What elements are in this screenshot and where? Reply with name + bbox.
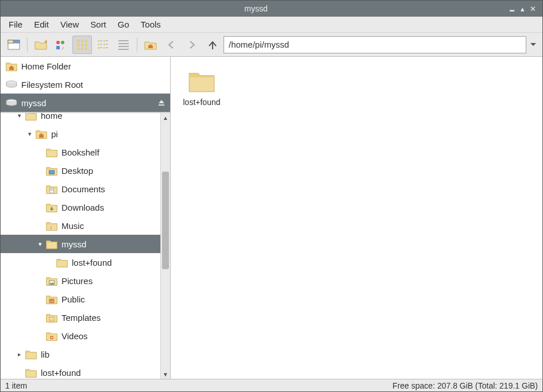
scroll-up-button[interactable]: ▲ xyxy=(161,113,170,122)
path-history-dropdown[interactable] xyxy=(527,36,539,53)
svg-text:+: + xyxy=(44,39,47,45)
tree-item-music[interactable]: ♪Music xyxy=(1,216,160,235)
home-folder-icon xyxy=(35,127,48,140)
view-mixed-button[interactable]: ♪ xyxy=(52,36,71,54)
toolbar-separator xyxy=(27,37,28,52)
tree-expander[interactable]: ▾ xyxy=(36,240,44,248)
home-folder-icon xyxy=(144,39,157,51)
tree-item-public[interactable]: Public xyxy=(1,290,160,308)
place-home-folder[interactable]: Home Folder xyxy=(1,57,170,75)
tree-item-lib[interactable]: ▸lib xyxy=(1,345,160,363)
new-tab-button[interactable] xyxy=(4,36,24,54)
music-folder-icon: ♪ xyxy=(45,219,58,232)
tree-label: myssd xyxy=(61,239,86,249)
tree-item-pi[interactable]: ▾pi xyxy=(1,125,160,143)
folder-icon xyxy=(25,348,37,360)
tree-item-documents[interactable]: Documents xyxy=(1,180,160,198)
menu-view[interactable]: View xyxy=(56,18,83,31)
tree-item-bookshelf[interactable]: Bookshelf xyxy=(1,143,160,161)
tree-label: Bookshelf xyxy=(61,148,99,157)
back-button[interactable] xyxy=(161,36,181,54)
titlebar[interactable]: myssd 🗕 ▴ ✕ xyxy=(1,1,542,17)
file-view[interactable]: lost+found xyxy=(171,57,542,379)
tree-item-home[interactable]: ▾home xyxy=(1,113,160,125)
scrollbar-thumb[interactable] xyxy=(162,172,169,269)
menu-tools[interactable]: Tools xyxy=(136,18,165,31)
tree-item-myssd[interactable]: ▾myssd xyxy=(1,235,160,253)
svg-rect-20 xyxy=(103,40,105,42)
arrow-right-icon xyxy=(186,39,198,51)
svg-point-5 xyxy=(61,41,64,44)
scroll-down-button[interactable]: ▼ xyxy=(161,370,170,379)
details-icon xyxy=(118,39,129,51)
folder-plus-icon: + xyxy=(34,39,47,51)
tree-expander[interactable]: ▸ xyxy=(16,351,24,358)
svg-rect-9 xyxy=(81,40,84,42)
directory-tree[interactable]: ▾home▾piBookshelfDesktopDocumentsDownloa… xyxy=(1,113,160,379)
toolbar: + ♪ xyxy=(1,33,542,57)
compact-view-button[interactable] xyxy=(93,36,113,54)
svg-rect-18 xyxy=(98,44,99,45)
close-button[interactable]: ✕ xyxy=(527,5,538,13)
new-folder-button[interactable]: + xyxy=(31,36,51,54)
file-item-lost-found[interactable]: lost+found xyxy=(178,63,226,110)
place-myssd[interactable]: myssd xyxy=(1,94,170,112)
tree-item-pictures[interactable]: Pictures xyxy=(1,271,160,290)
menu-go[interactable]: Go xyxy=(113,18,134,31)
svg-rect-11 xyxy=(77,44,80,46)
tree-scrollbar[interactable]: ▲ ▼ xyxy=(160,113,170,379)
svg-rect-22 xyxy=(103,47,105,49)
tree-item-lost-found[interactable]: lost+found xyxy=(1,253,160,271)
main-body: Home FolderFilesystem Rootmyssd ▾home▾pi… xyxy=(1,57,542,379)
tree-item-templates[interactable]: Templates xyxy=(1,308,160,327)
tree-item-downloads[interactable]: Downloads xyxy=(1,198,160,216)
grid-icon xyxy=(76,39,88,51)
detailed-view-button[interactable] xyxy=(114,36,133,54)
chevron-down-icon xyxy=(530,43,536,46)
folder-icon xyxy=(187,65,217,95)
folder-icon xyxy=(45,238,58,250)
tree-label: home xyxy=(41,113,63,121)
svg-rect-42 xyxy=(49,299,54,303)
path-input[interactable] xyxy=(224,36,526,53)
svg-rect-10 xyxy=(85,40,87,42)
tree-item-lost-found[interactable]: lost+found xyxy=(1,363,160,379)
maximize-button[interactable]: ▴ xyxy=(517,5,527,13)
svg-rect-14 xyxy=(77,48,80,50)
svg-rect-6 xyxy=(56,46,60,49)
tree-expander[interactable]: ▾ xyxy=(26,130,34,138)
desktop-folder-icon xyxy=(45,164,58,177)
statusbar: 1 item Free space: 207.8 GiB (Total: 219… xyxy=(1,379,542,391)
place-filesystem-root[interactable]: Filesystem Root xyxy=(1,75,170,94)
forward-button[interactable] xyxy=(182,36,202,54)
tree-label: Documents xyxy=(61,184,105,194)
compact-list-icon xyxy=(97,39,109,51)
places-panel: Home FolderFilesystem Rootmyssd xyxy=(1,57,170,112)
tree-label: Templates xyxy=(61,313,101,323)
up-button[interactable] xyxy=(203,36,222,54)
menu-file[interactable]: File xyxy=(4,18,27,31)
minimize-button[interactable]: 🗕 xyxy=(507,5,517,13)
svg-rect-19 xyxy=(98,47,99,49)
svg-text:♪: ♪ xyxy=(61,45,64,51)
eject-icon[interactable] xyxy=(157,99,165,107)
mixed-view-icon: ♪ xyxy=(55,39,68,51)
tree-label: pi xyxy=(51,129,58,139)
svg-point-4 xyxy=(56,41,60,44)
svg-rect-2 xyxy=(8,40,13,43)
menu-sort[interactable]: Sort xyxy=(86,18,111,31)
tree-label: Music xyxy=(61,221,84,231)
icon-view-button[interactable] xyxy=(72,36,92,54)
tree-item-desktop[interactable]: Desktop xyxy=(1,161,160,180)
menu-edit[interactable]: Edit xyxy=(29,18,53,31)
tree-expander[interactable]: ▾ xyxy=(16,113,24,119)
tree-label: Desktop xyxy=(61,166,93,176)
downloads-folder-icon xyxy=(45,201,58,214)
svg-rect-13 xyxy=(85,44,87,46)
docs-folder-icon xyxy=(45,183,58,195)
tree-item-videos[interactable]: Videos xyxy=(1,327,160,345)
file-label: lost+found xyxy=(183,98,221,107)
toolbar-separator xyxy=(137,37,137,52)
arrow-up-icon xyxy=(207,39,218,51)
home-button[interactable] xyxy=(141,36,160,54)
